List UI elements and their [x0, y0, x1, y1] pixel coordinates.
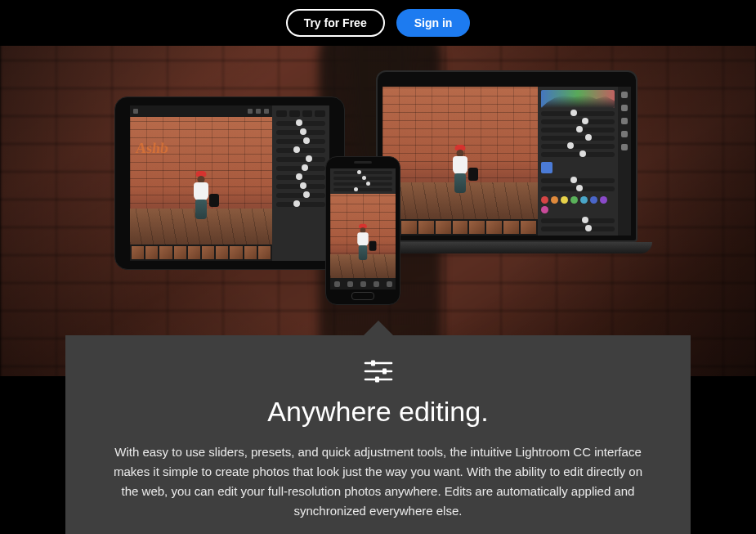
phone-photo-preview — [330, 194, 396, 278]
slider-exposure[interactable] — [333, 171, 392, 174]
slider-whites[interactable] — [276, 157, 325, 162]
svg-rect-3 — [371, 361, 375, 366]
back-icon[interactable] — [133, 109, 138, 114]
tablet-top-toolbar — [130, 105, 272, 117]
slider-blacks[interactable] — [276, 166, 325, 171]
slider-shadows[interactable] — [333, 188, 392, 191]
adjust-icon[interactable] — [360, 281, 366, 287]
slider-vibrance[interactable] — [276, 193, 325, 198]
slider-shadows[interactable] — [276, 148, 325, 153]
feature-title: Anywhere editing. — [100, 396, 656, 428]
photo-graffiti-text: Ashb — [135, 140, 169, 157]
laptop-device — [376, 70, 637, 254]
slider-shadows[interactable] — [541, 136, 615, 141]
tablet-panel-tabs[interactable] — [276, 110, 325, 117]
slider-temp[interactable] — [276, 175, 325, 180]
more-icon[interactable] — [264, 109, 269, 114]
tool-heal-icon[interactable] — [621, 105, 628, 111]
presets-icon[interactable] — [374, 281, 379, 287]
slider-saturation[interactable] — [276, 202, 325, 207]
laptop-filmstrip[interactable] — [382, 219, 538, 236]
feature-card: Anywhere editing. With easy to use slide… — [65, 335, 691, 534]
slider-highlights[interactable] — [541, 128, 615, 132]
share-icon[interactable] — [387, 281, 392, 287]
color-mixer-dots[interactable] — [541, 195, 615, 215]
phone-edit-panel — [330, 168, 396, 194]
header-bar: Try for Free Sign in — [0, 0, 756, 46]
slider-exposure[interactable] — [541, 111, 615, 116]
card-pointer-arrow — [364, 321, 393, 335]
svg-rect-5 — [375, 377, 379, 383]
tablet-filmstrip[interactable] — [130, 245, 272, 261]
laptop-screen — [376, 70, 637, 242]
share-icon[interactable] — [248, 109, 253, 114]
laptop-base — [361, 242, 652, 254]
slider-tint[interactable] — [276, 184, 325, 189]
color-swatch[interactable] — [541, 162, 552, 173]
tablet-device: Ashb — [114, 96, 345, 270]
tool-crop-icon[interactable] — [621, 92, 628, 98]
sliders-icon — [100, 358, 656, 384]
photo-subject-person — [450, 145, 470, 195]
histogram — [541, 90, 615, 108]
laptop-photo-preview — [382, 87, 538, 219]
slider-contrast[interactable] — [333, 177, 392, 180]
phone-bottom-toolbar — [330, 278, 396, 289]
tool-radial-icon[interactable] — [621, 144, 628, 150]
slider-highlights[interactable] — [333, 182, 392, 186]
svg-rect-4 — [382, 369, 387, 375]
tablet-photo-preview: Ashb — [130, 117, 272, 245]
phone-device — [325, 156, 400, 305]
feature-description: With easy to use sliders, presets, and q… — [109, 442, 648, 521]
feature-card-container: Anywhere editing. With easy to use slide… — [65, 321, 691, 534]
slider-blacks[interactable] — [541, 152, 615, 157]
slider-contrast[interactable] — [276, 130, 325, 135]
slider-exposure[interactable] — [276, 121, 325, 126]
slider-highlights[interactable] — [276, 139, 325, 144]
laptop-tool-strip — [618, 87, 631, 236]
slider-whites[interactable] — [541, 144, 615, 149]
tool-gradient-icon[interactable] — [621, 131, 628, 137]
photo-subject-person — [191, 171, 211, 222]
filmstrip-icon[interactable] — [334, 281, 340, 287]
laptop-edit-panel — [538, 87, 618, 236]
slider-temp[interactable] — [541, 178, 615, 183]
sign-in-button[interactable]: Sign in — [396, 9, 471, 37]
device-showcase: Ashb — [0, 46, 756, 324]
slider-contrast[interactable] — [541, 119, 615, 124]
crop-icon[interactable] — [347, 281, 353, 287]
slider-hue[interactable] — [541, 218, 615, 223]
tool-brush-icon[interactable] — [621, 118, 628, 124]
photo-subject-person — [356, 223, 370, 262]
slider-tint[interactable] — [541, 186, 615, 191]
info-icon[interactable] — [256, 109, 261, 114]
tablet-edit-panel — [272, 105, 329, 261]
slider-sat[interactable] — [541, 227, 615, 231]
try-for-free-button[interactable]: Try for Free — [286, 9, 385, 37]
